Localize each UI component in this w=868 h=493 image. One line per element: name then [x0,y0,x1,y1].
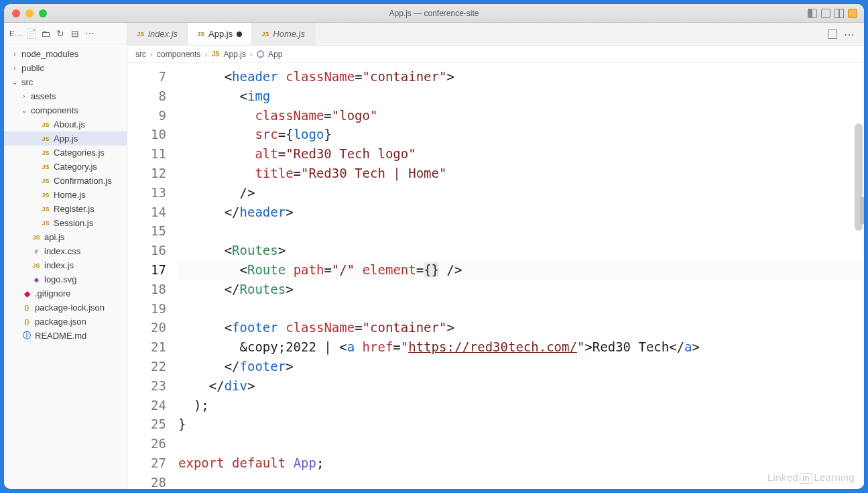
tree-item--gitignore[interactable]: ◆.gitignore [4,286,127,300]
main-split: E… 📄 🗀 ↻ ⊟ ⋯ ›node_modules›public⌄src›as… [4,23,864,489]
code-line[interactable]: <header className="container"> [178,67,864,87]
file-icon: JS [40,162,51,172]
layout-sidebar-left-icon[interactable] [808,9,817,18]
new-folder-icon[interactable]: 🗀 [40,28,51,39]
tab-home-js[interactable]: JSHome.js [252,23,315,45]
tab-label: App.js [208,29,233,39]
tree-item-app-js[interactable]: JSApp.js [4,131,127,146]
tree-item-index-css[interactable]: #index.css [4,244,127,258]
more-icon[interactable]: ⋯ [84,28,95,39]
code-line[interactable] [178,299,864,319]
tree-item-assets[interactable]: ›assets [4,89,127,103]
titlebar: App.js — conference-site [4,4,864,23]
minimize-icon[interactable] [25,9,34,17]
code-line[interactable]: </header> [178,203,864,222]
tree-item-package-lock-json[interactable]: {}package-lock.json [4,300,127,315]
customize-layout-icon[interactable] [848,9,857,18]
code-line[interactable]: /> [178,183,864,203]
editor-area: JSindex.jsJSApp.jsJSHome.js src›componen… [127,23,864,489]
tree-item-public[interactable]: ›public [4,61,127,75]
code-line[interactable] [178,434,864,453]
line-number: 10 [127,125,166,144]
close-icon[interactable] [12,9,20,17]
code-line[interactable]: <footer className="container"> [178,318,864,337]
tree-item-categories-js[interactable]: JSCategories.js [4,146,127,160]
breadcrumb-separator-icon: › [150,50,153,59]
line-number: 26 [127,434,166,453]
tree-item-session-js[interactable]: JSSession.js [4,216,127,230]
tree-item-readme-md[interactable]: ⓘREADME.md [4,329,127,343]
layout-panel-icon[interactable] [821,9,830,18]
line-number: 15 [127,221,166,241]
line-number: 16 [127,241,166,260]
code-line[interactable]: className="logo" [178,106,864,125]
tree-item-label: Confirmation.js [54,176,112,186]
tree-item-label: App.js [54,133,78,144]
tab-index-js[interactable]: JSindex.js [127,23,188,45]
code-line[interactable] [178,473,864,489]
code-line[interactable]: </Routes> [178,280,864,299]
tree-item-about-js[interactable]: JSAbout.js [4,117,127,131]
breadcrumb-item[interactable]: components [157,50,200,59]
line-number: 21 [127,337,166,357]
split-editor-icon[interactable] [828,30,837,39]
explorer-header: E… 📄 🗀 ↻ ⊟ ⋯ [4,23,127,44]
tree-item-api-js[interactable]: JSapi.js [4,230,127,244]
code-line[interactable]: ); [178,396,864,415]
code-line[interactable] [178,221,864,241]
line-number: 7 [127,67,166,87]
file-icon: JS [40,148,51,158]
file-icon: JS [31,232,42,243]
file-tree[interactable]: ›node_modules›public⌄src›assets⌄componen… [4,44,127,345]
tree-item-node_modules[interactable]: ›node_modules [4,47,127,61]
line-number: 18 [127,280,166,299]
tree-item-category-js[interactable]: JSCategory.js [4,160,127,174]
breadcrumbs[interactable]: src›components›JSApp.js›⬡App [127,46,864,63]
chevron-icon: ⌄ [20,107,28,114]
code-line[interactable]: </footer> [178,357,864,376]
breadcrumb-item[interactable]: src [135,50,146,59]
breadcrumb-item[interactable]: App [268,50,282,59]
refresh-icon[interactable]: ↻ [55,28,66,39]
tree-item-confirmation-js[interactable]: JSConfirmation.js [4,174,127,188]
code-line[interactable]: <Routes> [178,241,864,260]
tab-label: index.js [148,29,178,39]
layout-sidebar-right-icon[interactable] [834,9,844,18]
tree-item-label: components [31,105,78,115]
code-line[interactable]: </div> [178,376,864,396]
window-controls [4,9,47,17]
code-line[interactable]: <Route path="/" element={} /> [178,260,864,280]
tree-item-components[interactable]: ⌄components [4,103,127,117]
code-line[interactable]: alt="Red30 Tech logo" [178,144,864,164]
line-number: 23 [127,376,166,396]
tree-item-src[interactable]: ⌄src [4,75,127,89]
tree-item-register-js[interactable]: JSRegister.js [4,202,127,216]
explorer-label: E… [9,30,21,38]
collapse-icon[interactable]: ⊟ [70,28,80,39]
file-icon: JS [40,133,51,144]
code-line[interactable]: <img [178,87,864,106]
tree-item-index-js[interactable]: JSindex.js [4,258,127,272]
unsaved-dot-icon [237,32,242,37]
tree-item-package-json[interactable]: {}package.json [4,315,127,329]
js-file-icon: JS [261,31,269,38]
line-number: 17 [127,260,166,280]
code-line[interactable]: } [178,415,864,434]
tree-item-home-js[interactable]: JSHome.js [4,188,127,202]
breadcrumb-item[interactable]: App.js [224,50,246,59]
code-line[interactable]: &copy;2022 | <a href="https://red30tech.… [178,337,864,357]
new-file-icon[interactable]: 📄 [25,28,36,39]
code-content[interactable]: <header className="container"> <img clas… [178,63,864,489]
code-editor[interactable]: 7891011121314151617181920212223242526272… [127,63,864,489]
file-icon: ⓘ [21,331,32,341]
code-line[interactable]: src={logo} [178,125,864,144]
code-line[interactable]: title="Red30 Tech | Home" [178,164,864,183]
maximize-icon[interactable] [39,9,47,17]
line-number: 22 [127,357,166,376]
tree-item-label: README.md [35,331,86,341]
tab-app-js[interactable]: JSApp.js [188,23,252,45]
tab-actions: ⋯ [828,23,864,46]
code-line[interactable]: export default App; [178,453,864,473]
tree-item-logo-svg[interactable]: ◆logo.svg [4,272,127,286]
more-actions-icon[interactable]: ⋯ [844,28,855,41]
